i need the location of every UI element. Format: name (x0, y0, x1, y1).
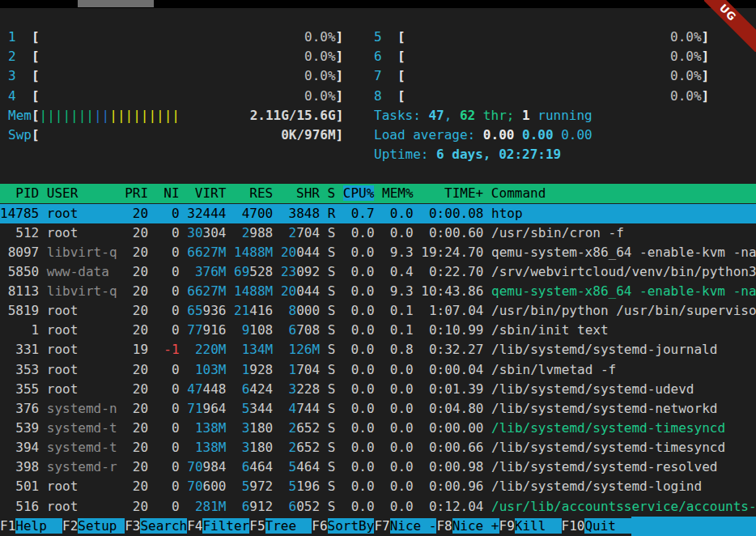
state: S (328, 225, 336, 240)
process-row[interactable]: 353 root 20 0 103M 1928 1704 S 0.0 0.0 0… (0, 360, 756, 380)
process-row-selected[interactable]: 14785 root 20 0 32444 4700 3848 R 0.7 0.… (0, 204, 756, 223)
pad (117, 440, 125, 455)
process-row[interactable]: 501 root 20 0 70600 5972 5196 S 0.0 0.0 … (0, 477, 756, 496)
process-row[interactable]: 539 systemd-t 20 0 138M 3180 2652 S 0.0 … (0, 419, 756, 438)
fkey-bar-fill (631, 517, 756, 536)
pad (273, 322, 281, 338)
fkey-f7-nice[interactable]: F7Nice - (374, 517, 436, 536)
pad (226, 322, 234, 338)
meter-bracket-open: [ (32, 127, 40, 143)
pad (39, 362, 47, 377)
mem-value-low: 936 (203, 303, 227, 318)
process-row[interactable]: 512 root 20 0 30304 2988 2704 S 0.0 0.0 … (0, 223, 756, 243)
function-key-bar: F1Help F2Setup F3SearchF4FilterF5Tree F6… (0, 517, 756, 536)
user: libvirt-q (47, 245, 117, 260)
pad (39, 440, 47, 455)
process-row[interactable]: 8097 libvirt-q 20 0 6627M 1488M 20044 S … (0, 243, 756, 262)
pid: 512 (0, 225, 39, 240)
fkey-f2-setup[interactable]: F2Setup (62, 517, 125, 536)
process-row[interactable]: 8113 libvirt-q 20 0 6627M 1488M 20044 S … (0, 282, 756, 301)
pad (117, 459, 125, 474)
fkey-f10-quit[interactable]: F10Quit (562, 517, 632, 536)
process-row[interactable]: 5819 root 20 0 65936 21416 8000 S 0.0 0.… (0, 301, 756, 321)
process-row[interactable]: 1 root 20 0 77916 9108 6708 S 0.0 0.1 0:… (0, 321, 756, 340)
user: root (47, 303, 117, 318)
fkey-f8-nice[interactable]: F8Nice + (436, 517, 499, 536)
fkey-label: Help (15, 518, 62, 534)
fkey-f4-filter[interactable]: F4Filter (187, 517, 249, 536)
pad (148, 440, 156, 455)
mem-value-high: 3 (242, 420, 250, 436)
pad (335, 264, 343, 279)
mem-value-low: 052 (296, 499, 320, 514)
meter-bracket-open: [ (32, 29, 40, 45)
process-row[interactable]: 398 systemd-r 20 0 70984 6464 5464 S 0.0… (0, 457, 756, 477)
pad (320, 342, 328, 357)
meter-value: 0.0% (670, 68, 702, 83)
fkey-f3-search[interactable]: F3Search (125, 517, 187, 536)
mem-value-low: 044 (296, 245, 320, 260)
pad (335, 206, 343, 221)
table-header[interactable]: PID USER PRI NI VIRT RES SHR S CPU% MEM%… (0, 184, 756, 203)
process-row[interactable]: 355 root 20 0 47448 6424 3228 S 0.0 0.0 … (0, 380, 756, 399)
process-row[interactable]: 5850 www-data 20 0 376M 69528 23092 S 0.… (0, 262, 756, 282)
meter-caption: 5 (374, 29, 397, 45)
mem-percent: 0.0 (382, 499, 414, 514)
pad (180, 479, 188, 494)
mem-value-high: 134M (242, 342, 274, 357)
state: S (328, 303, 336, 318)
pad (273, 245, 281, 260)
fkey-f9-kill[interactable]: F9Kill (499, 517, 562, 536)
process-row[interactable]: 516 root 20 0 281M 6912 6052 S 0.0 0.0 0… (0, 497, 756, 517)
fkey-f1-help[interactable]: F1Help (0, 517, 62, 536)
cpu-meter-2: 2 [ 0.0%] (8, 47, 343, 66)
pad (483, 303, 491, 318)
fkey-f5-tree[interactable]: F5Tree (249, 517, 312, 536)
mem-value-low: 424 (249, 381, 273, 397)
pad (148, 303, 156, 318)
mem-percent: 9.3 (382, 245, 414, 260)
process-row[interactable]: 331 root 19 -1 220M 134M 126M S 0.0 0.8 … (0, 340, 756, 359)
mem-percent: 0.0 (382, 401, 414, 416)
sort-column-cpu%[interactable]: CPU% (343, 185, 375, 201)
cpu-meter-8: 8 [ 0.0%] (374, 87, 709, 106)
meter-value: 0.0% (304, 49, 336, 64)
command: /lib/systemd/systemd-timesyncd (491, 420, 725, 436)
cpu-meter-5: 5 [ 0.0%] (374, 28, 709, 47)
pad (148, 342, 156, 357)
fkey-f6-sortby[interactable]: F6SortBy (312, 517, 374, 536)
pad (226, 264, 234, 279)
pad (320, 459, 328, 474)
command: /usr/lib/accountsservice/accounts- (491, 499, 756, 514)
priority: 20 (125, 303, 148, 318)
pad (273, 303, 281, 318)
time-plus: 0:12.04 (421, 499, 483, 514)
pad (375, 225, 383, 240)
pad (483, 479, 491, 494)
pad (273, 264, 281, 279)
mem-value-low: 416 (249, 303, 273, 318)
command: qemu-system-x86_64 -enable-kvm -na (491, 245, 756, 260)
pad (273, 420, 281, 436)
meter-fill (406, 49, 671, 64)
time-plus: 0:32.27 (421, 342, 483, 357)
pad (414, 264, 422, 279)
pad (335, 342, 343, 357)
user: systemd-t (47, 440, 117, 455)
mem-value-high: 1 (242, 362, 250, 377)
pad (335, 420, 343, 436)
pad (234, 479, 242, 494)
mem-value-high: 2 (289, 225, 297, 240)
pad (375, 401, 383, 416)
pad (117, 283, 125, 299)
pad (335, 459, 343, 474)
mem-value-high: 70 (187, 459, 202, 474)
user: root (47, 362, 117, 377)
process-row[interactable]: 394 systemd-t 20 0 138M 3180 2652 S 0.0 … (0, 438, 756, 457)
process-row[interactable]: 376 systemd-n 20 0 71964 5344 4744 S 0.0… (0, 399, 756, 419)
fkey-key: F10 (562, 518, 585, 534)
pad (414, 362, 422, 377)
meter-value: 0.0% (304, 88, 336, 104)
pad (180, 264, 188, 279)
mem-value-low: 964 (203, 401, 227, 416)
